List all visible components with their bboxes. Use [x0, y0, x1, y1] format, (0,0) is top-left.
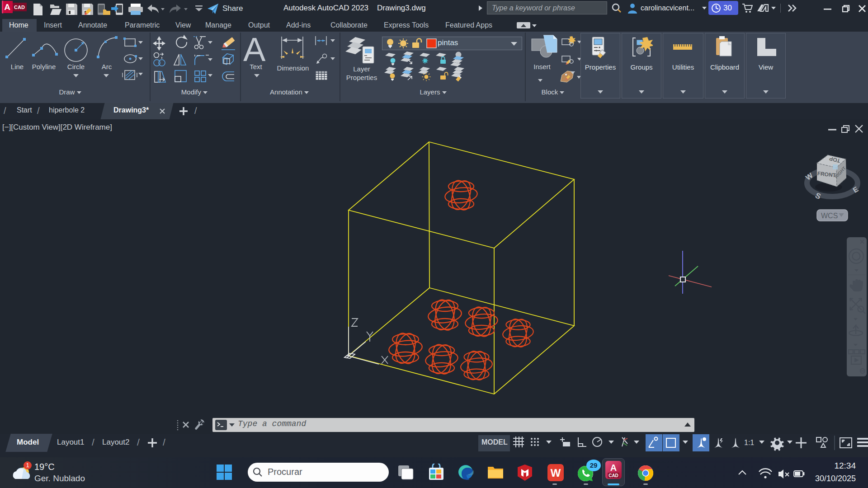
svg-text:WCS: WCS	[821, 212, 838, 220]
svg-text:1: 1	[26, 462, 29, 469]
svg-text:29: 29	[590, 461, 598, 469]
svg-text:1:1: 1:1	[744, 439, 754, 446]
svg-text:W: W	[551, 467, 561, 479]
svg-text:A: A	[610, 463, 617, 473]
svg-text:CAD: CAD	[14, 5, 25, 10]
svg-text:CAD: CAD	[609, 473, 618, 478]
svg-text:A: A	[4, 2, 10, 12]
